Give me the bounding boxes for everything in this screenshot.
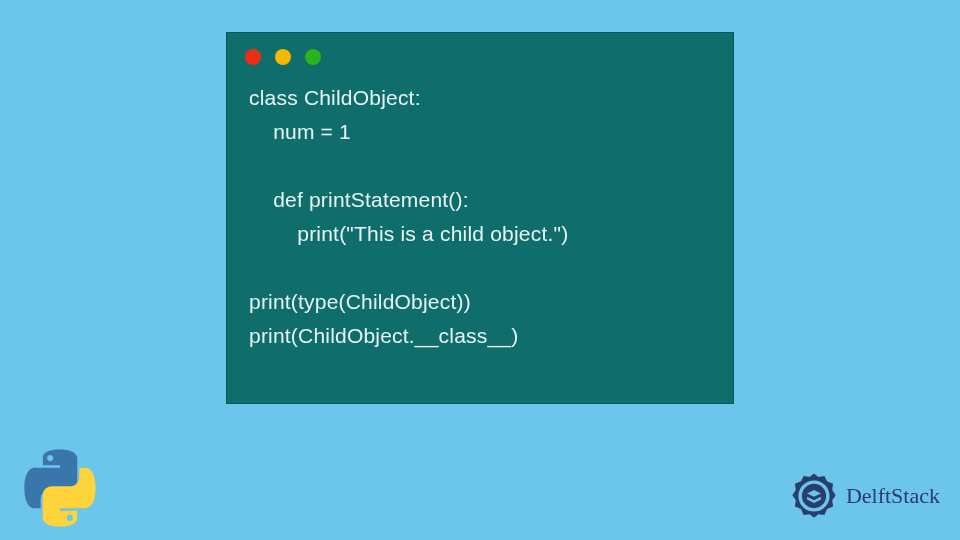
maximize-icon — [305, 49, 321, 65]
code-line: num = 1 — [249, 120, 351, 143]
code-line: print("This is a child object.") — [249, 222, 568, 245]
code-window: class ChildObject: num = 1 def printStat… — [226, 32, 734, 404]
code-line: def printStatement(): — [249, 188, 469, 211]
code-line: print(ChildObject.__class__) — [249, 324, 518, 347]
code-body: class ChildObject: num = 1 def printStat… — [227, 73, 733, 371]
delftstack-logo: DelftStack — [788, 470, 940, 522]
python-logo-icon — [20, 448, 100, 528]
code-line: print(type(ChildObject)) — [249, 290, 471, 313]
brand-name: DelftStack — [846, 483, 940, 509]
minimize-icon — [275, 49, 291, 65]
close-icon — [245, 49, 261, 65]
window-controls — [227, 33, 733, 73]
code-line: class ChildObject: — [249, 86, 421, 109]
delft-gear-icon — [788, 470, 840, 522]
